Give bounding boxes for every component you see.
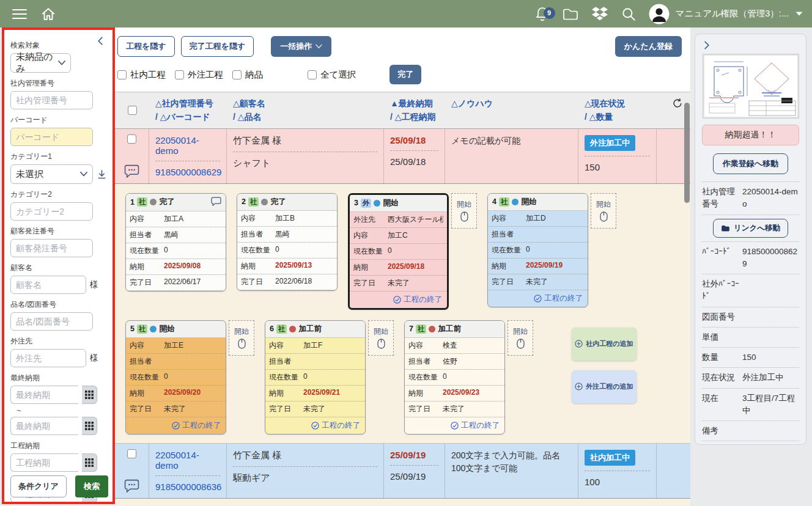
start-process-button[interactable]: 開始 (451, 193, 477, 229)
process-card[interactable]: 4社開始内容加工D担当者現在数量0納期2025/09/19完了日未完了工程の終了 (487, 193, 588, 307)
process-status: 完了 (270, 197, 286, 207)
comment-icon[interactable] (124, 479, 139, 493)
bulk-action-button[interactable]: 一括操作 (271, 36, 331, 57)
sidebar-actions: 条件クリア 検索 (10, 472, 108, 497)
search-icon[interactable] (621, 6, 637, 22)
process-card[interactable]: 7社加工前内容検査担当者佐野現在数量0納期2025/09/23完了日未完了工程の… (404, 320, 505, 435)
knowhow-text: メモの記載が可能 (451, 134, 572, 147)
filter-checkbox-2[interactable]: 納品 (232, 69, 263, 81)
row-checkbox[interactable] (127, 134, 136, 144)
comment-icon[interactable] (211, 197, 221, 206)
detail-panel: 納期超過！！ 作業登録へ移動 社内管理番号22050014-demoリンクへ移動… (695, 34, 806, 445)
avatar (649, 4, 670, 24)
card-field-label: 現在数量 (269, 372, 303, 383)
complete-button[interactable]: 完了 (389, 65, 421, 84)
category-select[interactable]: 未選択 (10, 164, 93, 184)
date-input[interactable] (10, 417, 78, 435)
card-field-label: 内容 (130, 214, 164, 224)
add-internal-process-button[interactable]: 社内工程の追加 (572, 328, 637, 361)
checkbox[interactable] (175, 70, 184, 79)
card-field-row: 現在数量0 (265, 370, 365, 386)
filter-input[interactable] (10, 349, 86, 367)
card-field-label: 現在数量 (408, 372, 443, 383)
filter-input[interactable] (10, 276, 86, 294)
order-id-link[interactable]: 22050014-demo (155, 135, 220, 156)
process-card[interactable]: 1社完了内容加工A担当者黒崎現在数量0納期2025/09/08完了日2022/0… (125, 193, 226, 292)
status-dot-icon (261, 199, 268, 205)
search-target-select[interactable]: 未納品のみ (10, 53, 71, 73)
start-process-button[interactable]: 開始 (368, 320, 394, 356)
link-move-button[interactable]: リンクへ移動 (713, 219, 788, 238)
start-process-button[interactable]: 開始 (591, 193, 616, 229)
refresh-icon[interactable] (672, 98, 683, 109)
filter-checkbox-0[interactable]: 社内工程 (117, 69, 166, 81)
column-header[interactable]: △社内管理番号/ △バーコード (149, 97, 227, 124)
filter-input[interactable] (10, 91, 93, 109)
easy-register-button[interactable]: かんたん登録 (615, 36, 682, 57)
comment-icon[interactable] (124, 164, 139, 178)
card-field-value (526, 229, 584, 240)
end-process-link[interactable]: 工程の終了 (350, 292, 447, 308)
card-field-row: 納期2025/09/18 (350, 260, 447, 276)
select-all-checkbox[interactable] (128, 106, 137, 115)
column-header[interactable]: ▲最終納期/ △工程納期 (384, 97, 445, 124)
card-field-label: 完了日 (269, 404, 303, 414)
calendar-button[interactable] (82, 417, 97, 435)
work-register-button[interactable]: 作業登録へ移動 (713, 153, 788, 174)
barcode-link[interactable]: 9185000008636 (155, 482, 220, 492)
add-external-process-button[interactable]: 外注工程の追加 (572, 370, 637, 403)
home-icon[interactable] (40, 6, 56, 22)
process-card[interactable]: 6社加工前内容加工F担当者現在数量0納期2025/09/21完了日未完了工程の終… (265, 320, 366, 435)
column-header[interactable]: △顧客名/ △品名 (227, 97, 384, 124)
barcode-link[interactable]: 9185000008629 (155, 167, 220, 177)
process-card[interactable]: 2社完了内容加工B担当者黒崎現在数量0納期2025/09/13完了日2022/0… (237, 193, 338, 291)
clear-conditions-button[interactable]: 条件クリア (10, 475, 67, 497)
end-process-link[interactable]: 工程の終了 (265, 417, 365, 434)
checkbox[interactable] (232, 70, 242, 79)
start-process-button[interactable]: 開始 (229, 320, 254, 356)
end-process-link[interactable]: 工程の終了 (126, 417, 226, 434)
overdue-alert[interactable]: 納期超過！！ (702, 125, 799, 145)
folder-icon[interactable] (562, 7, 579, 21)
search-button[interactable]: 検索 (75, 475, 108, 497)
process-card[interactable]: 5社開始内容加工E担当者現在数量0納期2025/09/20完了日未完了工程の終了 (125, 320, 226, 435)
dropbox-icon[interactable] (591, 6, 608, 21)
bell-icon[interactable]: 9 (535, 6, 550, 22)
calendar-button[interactable] (82, 453, 97, 472)
check-circle-icon (451, 422, 459, 430)
card-field-label: 担当者 (130, 356, 164, 367)
date-input[interactable] (10, 386, 78, 404)
filter-input[interactable] (10, 312, 93, 331)
filter-input[interactable] (10, 128, 93, 146)
download-icon[interactable] (97, 169, 107, 180)
process-card[interactable]: 3外開始外注先西大阪スチール様内容加工C現在数量0納期2025/09/18完了日… (348, 193, 449, 310)
order-id-link[interactable]: 22050014-demo (155, 450, 220, 471)
calendar-button[interactable] (82, 386, 97, 404)
drawing-thumbnail[interactable] (703, 54, 799, 119)
filter-checkbox-3[interactable]: 全て選択 (308, 69, 356, 81)
sort-label: / △工程納期 (390, 110, 445, 123)
scrollbar[interactable] (684, 103, 690, 203)
checkbox[interactable] (117, 70, 127, 79)
hide-process-button[interactable]: 工程を隠す (117, 36, 175, 57)
hide-completed-process-button[interactable]: 完了工程を隠す (181, 36, 254, 57)
end-process-link[interactable]: 工程の終了 (405, 417, 504, 434)
date-input[interactable] (10, 453, 78, 472)
user-menu[interactable]: マニュアル権限（管理3）:... (649, 4, 803, 24)
filter-input[interactable] (10, 239, 93, 257)
card-field-row: 内容検査 (405, 338, 504, 354)
column-header[interactable]: △ノウハウ (445, 97, 578, 124)
end-process-link[interactable]: 工程の終了 (488, 290, 588, 307)
filter-checkbox-1[interactable]: 外注工程 (175, 69, 223, 81)
start-process-button[interactable]: 開始 (508, 320, 533, 356)
column-header[interactable]: △現在状況/ △数量 (578, 97, 657, 124)
card-field-label: 内容 (353, 230, 388, 241)
row-checkbox[interactable] (127, 449, 136, 458)
knowhow-cell: 200文字まで入力可能。品名100文字まで可能 (445, 444, 578, 498)
id-cell: 22050014-demo9185000008629 (149, 129, 227, 183)
menu-icon[interactable] (12, 9, 27, 19)
filter-input[interactable] (10, 202, 93, 221)
checkbox[interactable] (308, 70, 317, 79)
chevron-right-icon[interactable] (702, 40, 711, 50)
chevron-left-icon[interactable] (96, 36, 105, 46)
